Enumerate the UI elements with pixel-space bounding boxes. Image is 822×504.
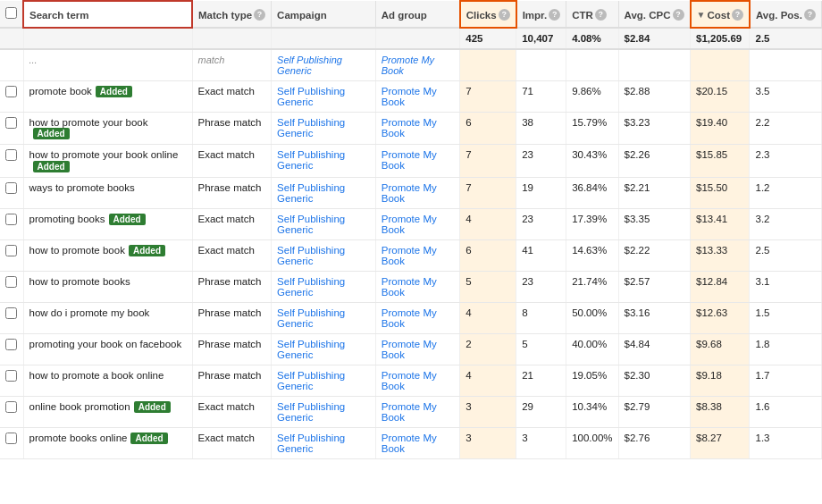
row-checkbox-cell (0, 239, 23, 271)
campaign-link[interactable]: Self Publishing Generic (277, 433, 345, 454)
row-clicks: 7 (460, 81, 516, 113)
row-checkbox[interactable] (5, 245, 17, 256)
campaign-link[interactable]: Self Publishing Generic (277, 214, 345, 235)
ad-group-link[interactable]: Promote My Book (382, 117, 437, 139)
row-checkbox[interactable] (5, 433, 17, 444)
campaign-link[interactable]: Self Publishing Generic (277, 86, 345, 107)
table-row: how do i promote my bookPhrase matchSelf… (0, 302, 822, 333)
partial-ad-group: Promote My Book (375, 49, 460, 81)
row-cost: $9.68 (691, 333, 750, 365)
row-match-type: Exact match (192, 145, 272, 177)
campaign-link[interactable]: Self Publishing Generic (277, 245, 345, 266)
campaign-link[interactable]: Self Publishing Generic (277, 276, 345, 298)
row-cost: $12.63 (691, 302, 750, 333)
row-ad-group: Promote My Book (375, 81, 460, 113)
row-ad-group: Promote My Book (375, 365, 460, 396)
row-checkbox[interactable] (5, 182, 17, 194)
row-avg-pos: 1.3 (750, 427, 822, 458)
clicks-label: Clicks (466, 10, 497, 21)
row-avg-pos: 1.7 (750, 365, 822, 396)
select-all-checkbox[interactable] (5, 7, 17, 19)
totals-campaign-cell (272, 28, 376, 49)
row-cost: $8.27 (691, 427, 750, 458)
ad-group-link[interactable]: Promote My Book (382, 433, 437, 454)
row-checkbox-cell (0, 271, 23, 302)
ad-group-link[interactable]: Promote My Book (382, 245, 437, 266)
row-checkbox[interactable] (5, 370, 17, 382)
row-avg-pos: 3.1 (750, 271, 822, 302)
ad-group-link[interactable]: Promote My Book (382, 401, 437, 423)
row-checkbox[interactable] (5, 117, 17, 129)
ad-group-link[interactable]: Promote My Book (382, 86, 437, 107)
partial-clicks (460, 49, 516, 81)
row-avg-cpc: $3.35 (618, 208, 690, 239)
table-row: ways to promote booksPhrase matchSelf Pu… (0, 177, 822, 208)
row-avg-cpc: $2.57 (618, 271, 690, 302)
row-avg-cpc: $2.22 (618, 239, 690, 271)
main-table-container: Search term Match type ? Campaign (0, 0, 822, 459)
partial-ad-group-link[interactable]: Promote My Book (382, 55, 434, 76)
row-match-type: Phrase match (192, 333, 272, 365)
campaign-link[interactable]: Self Publishing Generic (277, 117, 345, 139)
row-avg-cpc: $2.21 (618, 177, 690, 208)
campaign-link[interactable]: Self Publishing Generic (277, 182, 345, 204)
ad-group-link[interactable]: Promote My Book (382, 276, 437, 298)
row-avg-pos: 3.5 (750, 81, 822, 113)
row-ctr: 30.43% (566, 145, 618, 177)
clicks-help-icon[interactable]: ? (499, 9, 510, 21)
added-badge: Added (134, 401, 171, 413)
impr-label: Impr. (523, 10, 547, 21)
partial-ctr (566, 49, 618, 81)
row-search-term: how to promote books (23, 271, 192, 302)
cost-sort-icon[interactable]: ▼ (697, 10, 706, 20)
impr-help-icon[interactable]: ? (549, 9, 560, 21)
row-checkbox[interactable] (5, 214, 17, 225)
row-search-term: online book promotionAdded (23, 396, 192, 427)
table-row: promote books onlineAddedExact matchSelf… (0, 427, 822, 458)
row-clicks: 3 (460, 427, 516, 458)
row-checkbox[interactable] (5, 276, 17, 288)
table-body: ... match Self Publishing Generic Promot… (0, 49, 822, 458)
table-row: how to promote a book onlinePhrase match… (0, 365, 822, 396)
partial-impr (516, 49, 566, 81)
row-ctr: 15.79% (566, 113, 618, 145)
avg-pos-help-icon[interactable]: ? (804, 9, 816, 21)
ad-group-link[interactable]: Promote My Book (382, 370, 437, 391)
row-ad-group: Promote My Book (375, 239, 460, 271)
row-checkbox[interactable] (5, 86, 17, 97)
row-search-term: promoting your book on facebook (23, 333, 192, 365)
ad-group-link[interactable]: Promote My Book (382, 182, 437, 204)
ad-group-link[interactable]: Promote My Book (382, 307, 437, 329)
row-ad-group: Promote My Book (375, 177, 460, 208)
totals-avg-pos: 2.5 (750, 28, 822, 49)
partial-campaign-link[interactable]: Self Publishing Generic (277, 55, 342, 76)
row-checkbox[interactable] (5, 339, 17, 350)
row-checkbox[interactable] (5, 149, 17, 161)
ctr-help-icon[interactable]: ? (595, 9, 607, 21)
added-badge: Added (109, 214, 146, 225)
row-checkbox[interactable] (5, 401, 17, 413)
row-campaign: Self Publishing Generic (272, 177, 376, 208)
row-ctr: 9.86% (566, 81, 618, 113)
campaign-link[interactable]: Self Publishing Generic (277, 149, 345, 171)
ad-group-link[interactable]: Promote My Book (382, 214, 437, 235)
avg-pos-label: Avg. Pos. (756, 10, 802, 21)
campaign-link[interactable]: Self Publishing Generic (277, 339, 345, 360)
campaign-link[interactable]: Self Publishing Generic (277, 370, 345, 391)
header-row: Search term Match type ? Campaign (0, 1, 822, 28)
ad-group-link[interactable]: Promote My Book (382, 149, 437, 171)
row-avg-pos: 2.3 (750, 145, 822, 177)
campaign-link[interactable]: Self Publishing Generic (277, 401, 345, 423)
avg-cpc-help-icon[interactable]: ? (673, 9, 684, 21)
totals-search-term-cell (23, 28, 192, 49)
search-term-label: Search term (29, 10, 88, 21)
row-ad-group: Promote My Book (375, 208, 460, 239)
row-avg-cpc: $2.26 (618, 145, 690, 177)
match-type-help-icon[interactable]: ? (254, 9, 265, 21)
ad-group-link[interactable]: Promote My Book (382, 339, 437, 360)
cost-help-icon[interactable]: ? (732, 9, 743, 21)
row-checkbox[interactable] (5, 307, 17, 319)
row-ctr: 21.74% (566, 271, 618, 302)
row-campaign: Self Publishing Generic (272, 333, 376, 365)
campaign-link[interactable]: Self Publishing Generic (277, 307, 345, 329)
